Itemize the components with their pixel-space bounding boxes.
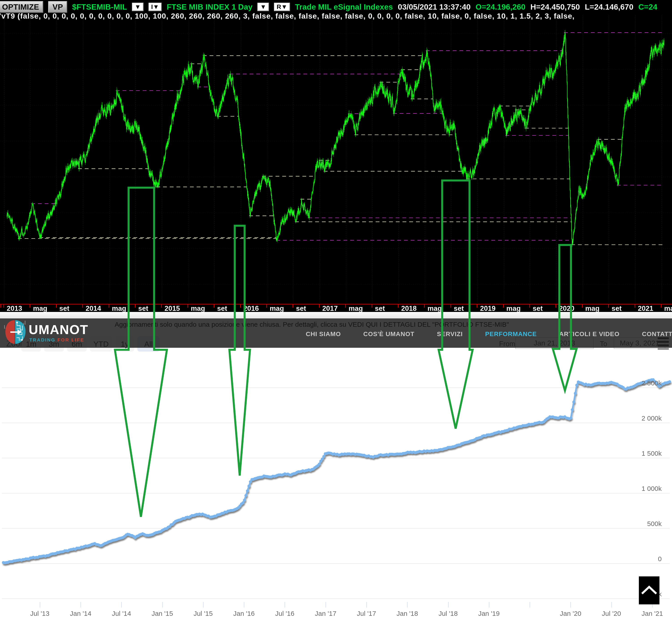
update-notice-text: Aggiornamenti solo quando una posizione … bbox=[115, 321, 607, 328]
esignal-toolbar: OPTIMIZE VP $FTSEMIB-MIL ▼ I▼ FTSE MIB I… bbox=[0, 1, 672, 13]
nav-item-servizi[interactable]: SERVIZI bbox=[437, 331, 462, 338]
nav-item-cos-umanot[interactable]: COS'È UMANOT bbox=[363, 331, 415, 338]
brand-wordmark[interactable]: UMANOT bbox=[29, 322, 89, 337]
nav-item-chi-siamo[interactable]: CHI SIAMO bbox=[306, 331, 341, 338]
chart-title: FTSE MIB INDEX 1 Day bbox=[167, 2, 253, 11]
ohlc-low: L=24.146,670 bbox=[585, 2, 633, 11]
page-gap-band bbox=[0, 312, 672, 318]
chevron-up-icon bbox=[639, 584, 659, 597]
ohlc-close: C=24 bbox=[639, 2, 657, 11]
main-navigation: CHI SIAMOCOS'È UMANOTSERVIZIPERFORMANCEA… bbox=[306, 329, 672, 339]
nav-item-performance[interactable]: PERFORMANCE bbox=[485, 331, 537, 338]
page: OPTIMIZE VP $FTSEMIB-MIL ▼ I▼ FTSE MIB I… bbox=[0, 0, 672, 627]
tagline-for-life: FOR LIFE bbox=[57, 337, 85, 342]
brand-tagline: TRADING FOR LIFE bbox=[29, 337, 84, 343]
dropdown-icon[interactable]: ▼ bbox=[257, 3, 269, 11]
tagline-trading: TRADING bbox=[29, 337, 55, 342]
symbol-dropdown-icon[interactable]: ▼ bbox=[132, 3, 144, 11]
equity-chart-canvas[interactable] bbox=[0, 348, 672, 627]
nav-item-articoli-e-video[interactable]: ARTICOLI E VIDEO bbox=[559, 331, 620, 338]
interval-dropdown-icon[interactable]: I▼ bbox=[148, 3, 162, 11]
optimize-button[interactable]: OPTIMIZE bbox=[0, 1, 43, 13]
price-chart-canvas[interactable] bbox=[0, 0, 672, 312]
hamburger-bar bbox=[658, 348, 669, 350]
ohlc-open: O=24.196,260 bbox=[476, 2, 526, 11]
vp-button[interactable]: VP bbox=[48, 1, 67, 13]
nav-item-contattaci[interactable]: CONTATTACI bbox=[642, 331, 672, 338]
symbol-label: $FTSEMIB-MIL bbox=[72, 2, 127, 11]
range-dropdown-icon[interactable]: R▼ bbox=[274, 3, 290, 11]
umanot-brain-logo-icon[interactable] bbox=[4, 319, 27, 346]
study-params-line: 7vT9 (false, 0, 0, 0, 0, 0, 0, 0, 0, 0, … bbox=[0, 11, 672, 20]
ohlc-high: H=24.450,750 bbox=[530, 2, 580, 11]
datetime-label: 03/05/2021 13:37:40 bbox=[398, 2, 471, 11]
feed-label: Trade MIL eSignal Indexes bbox=[295, 2, 393, 11]
scroll-to-top-button[interactable] bbox=[639, 576, 659, 604]
